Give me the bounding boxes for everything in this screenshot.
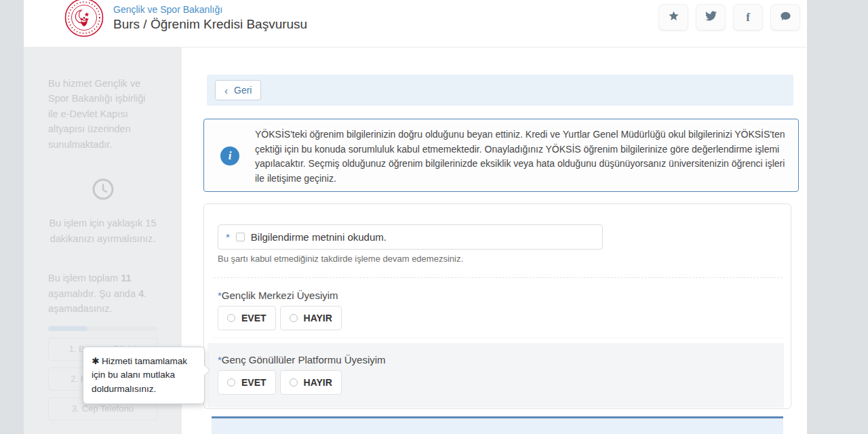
comment-icon <box>780 10 791 24</box>
radio-icon[interactable] <box>227 378 235 387</box>
application-form: * Bilgilendirme metnini okudum. Bu şartı… <box>203 203 791 409</box>
facebook-icon: f <box>746 11 750 24</box>
divider <box>214 277 783 278</box>
page-title: Burs / Öğrenim Kredisi Başvurusu <box>113 17 307 32</box>
star-icon <box>668 10 679 24</box>
info-icon: i <box>220 146 239 165</box>
bottom-action-bar <box>212 416 783 434</box>
twitter-share-button[interactable] <box>696 4 726 31</box>
question-2-option-hayir[interactable]: HAYIR <box>280 370 342 395</box>
current-step: 4 <box>138 288 144 299</box>
back-toolbar: ‹ Geri <box>207 75 793 106</box>
radio-icon[interactable] <box>290 314 298 322</box>
question-2-label: *Genç Gönüllüler Platformu Üyesiyim <box>218 354 386 366</box>
favorite-button[interactable] <box>658 4 688 31</box>
question-2-highlighted-section: *Genç Gönüllüler Platformu Üyesiyim EVET… <box>208 343 784 408</box>
consent-checkbox[interactable] <box>236 233 245 241</box>
question-1-options: EVET HAYIR <box>218 306 342 330</box>
chevron-left-icon: ‹ <box>224 85 228 96</box>
clock-icon <box>92 178 115 201</box>
app-header: Gençlik ve Spor Bakanlığı Burs / Öğrenim… <box>24 0 807 47</box>
facebook-share-button[interactable]: f <box>733 4 763 31</box>
question-1-option-evet[interactable]: EVET <box>218 306 276 330</box>
info-text: YÖKSİS'teki öğrenim bilgilerinizin doğru… <box>255 127 791 186</box>
ministry-name: Gençlik ve Spor Bakanlığı <box>113 4 307 15</box>
consent-field[interactable]: * Bilgilendirme metnini okudum. <box>218 224 603 250</box>
total-steps: 11 <box>121 273 131 283</box>
question-1-option-hayir[interactable]: HAYIR <box>280 306 342 330</box>
back-button-label: Geri <box>234 85 252 96</box>
divider <box>214 338 783 338</box>
back-button[interactable]: ‹ Geri <box>215 80 261 100</box>
progress-bar <box>48 326 157 331</box>
sidebar-duration-note: Bu işlem için yaklaşık 15 dakikanızı ayı… <box>48 216 157 246</box>
required-field-tooltip: ✱ Hizmeti tamamlamak için bu alanı mutla… <box>83 347 205 404</box>
twitter-icon <box>705 10 717 24</box>
feedback-button[interactable] <box>770 4 800 31</box>
radio-icon[interactable] <box>290 378 298 387</box>
required-asterisk-icon: ✱ <box>92 356 99 366</box>
social-share-bar: f <box>658 4 800 31</box>
progress-bar-fill <box>48 326 87 331</box>
sidebar-service-note: Bu hizmet Gençlik ve Spor Bakanlığı işbi… <box>48 76 157 152</box>
consent-label: Bilgilendirme metnini okudum. <box>251 231 387 243</box>
question-2-options: EVET HAYIR <box>218 370 342 395</box>
ministry-logo <box>64 0 104 37</box>
info-box: i YÖKSİS'teki öğrenim bilgilerinizin doğ… <box>203 119 799 192</box>
radio-icon[interactable] <box>227 314 235 322</box>
question-1-label: *Gençlik Merkezi Üyesiyim <box>218 290 338 301</box>
required-asterisk: * <box>226 231 230 243</box>
consent-note: Bu şartı kabul etmediğiniz takdirde işle… <box>218 254 463 264</box>
main-content: ‹ Geri i YÖKSİS'teki öğrenim bilgilerini… <box>182 47 807 434</box>
tooltip-text: Hizmeti tamamlamak için bu alanı mutlaka… <box>92 356 187 394</box>
question-2-option-evet[interactable]: EVET <box>218 370 276 395</box>
sidebar-steps-note: Bu işlem toplam 11 aşamalıdır. Şu anda 4… <box>48 271 157 316</box>
